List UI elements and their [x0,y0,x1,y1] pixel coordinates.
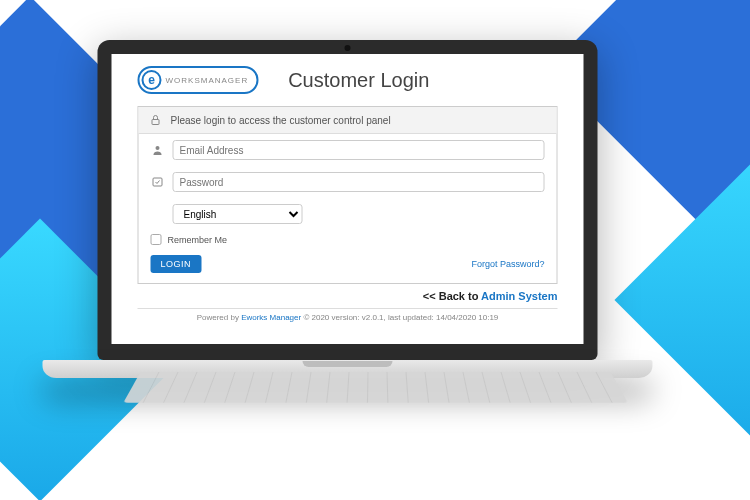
back-row: << Back to Admin System [112,284,584,304]
check-shield-icon [151,175,165,189]
admin-system-link[interactable]: Admin System [481,290,557,302]
password-row [139,166,557,198]
brand-name: WORKSMANAGER [166,76,249,85]
header: e WORKSMANAGER Customer Login [112,54,584,100]
language-row: English [139,198,557,230]
footer-rest: © 2020 version: v2.0.1, last updated: 14… [301,313,498,322]
password-field[interactable] [173,172,545,192]
footer-prefix: Powered by [197,313,241,322]
camera-icon [345,45,351,51]
remember-checkbox[interactable] [151,234,162,245]
page-title: Customer Login [288,69,429,92]
login-panel: Please login to access the customer cont… [138,106,558,284]
login-prompt-bar: Please login to access the customer cont… [139,107,557,134]
brand-logo: e WORKSMANAGER [138,66,259,94]
logo-e-icon: e [142,70,162,90]
remember-row: Remember Me [139,230,557,249]
login-prompt-text: Please login to access the customer cont… [171,115,391,126]
svg-rect-2 [153,178,162,186]
actions-row: LOGIN Forgot Password? [139,249,557,283]
language-select[interactable]: English [173,204,303,224]
user-icon [151,143,165,157]
email-row [139,134,557,166]
remember-label: Remember Me [168,235,228,245]
forgot-password-link[interactable]: Forgot Password? [471,259,544,269]
email-field[interactable] [173,140,545,160]
app-screen: e WORKSMANAGER Customer Login Please log… [112,54,584,344]
lock-icon [149,113,163,127]
laptop-screen-bezel: e WORKSMANAGER Customer Login Please log… [98,40,598,360]
svg-point-1 [156,146,160,150]
footer-brand-link[interactable]: Eworks Manager [241,313,301,322]
laptop-mockup: e WORKSMANAGER Customer Login Please log… [98,40,653,422]
login-button[interactable]: LOGIN [151,255,202,273]
back-prefix: << Back to [423,290,481,302]
svg-rect-0 [152,120,159,125]
footer: Powered by Eworks Manager © 2020 version… [138,308,558,322]
laptop-keyboard [123,372,627,403]
